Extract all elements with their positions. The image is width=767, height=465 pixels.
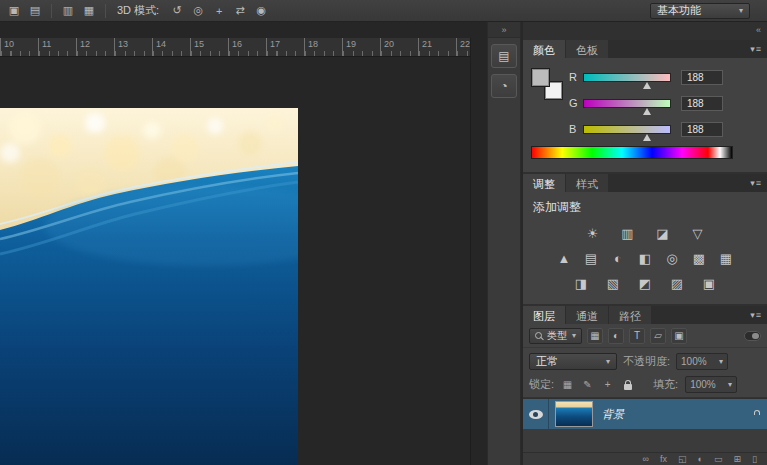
fill-input[interactable]: 100% ▾: [685, 376, 737, 393]
lock-transparency-icon[interactable]: ▦: [561, 378, 574, 392]
tool-options-icon[interactable]: ▤: [26, 3, 44, 19]
tab-channels[interactable]: 通道: [566, 306, 608, 324]
3d-drag-icon[interactable]: +: [210, 3, 228, 19]
new-group-icon[interactable]: ▭: [714, 454, 723, 464]
slider-thumb[interactable]: [643, 108, 651, 115]
adjustment-icon-row: ☀ ▥ ◪ ▽: [533, 225, 757, 241]
fill-value: 100%: [690, 379, 716, 390]
layers-panel-tabs: 图层 通道 路径 ▾≡: [523, 306, 767, 324]
lock-all-icon[interactable]: [621, 378, 634, 392]
color-panel: 颜色 色板 ▾≡ R 188 G: [523, 40, 767, 172]
layer-name[interactable]: 背景: [602, 407, 624, 422]
tool-preset-icon[interactable]: ▣: [5, 3, 23, 19]
collapsed-info-panel-button[interactable]: ◔: [491, 74, 517, 98]
tab-styles[interactable]: 样式: [566, 174, 608, 192]
filter-pixel-layers-icon[interactable]: ▦: [587, 328, 603, 344]
photo-filter-icon[interactable]: ◎: [664, 250, 680, 266]
layer-list: 背景: [523, 398, 767, 452]
layer-thumbnail[interactable]: [555, 401, 593, 427]
color-spectrum-ramp[interactable]: [531, 146, 733, 159]
slider-thumb[interactable]: [643, 134, 651, 141]
panel-menu-icon[interactable]: ▾≡: [750, 44, 762, 54]
ruler-number: 17: [270, 39, 280, 49]
ruler-mark: 10: [0, 38, 38, 56]
ruler-mark: 21: [418, 38, 456, 56]
3d-camera-icon[interactable]: ◉: [252, 3, 270, 19]
collapse-dock-button[interactable]: «: [523, 22, 767, 38]
panel-menu-icon[interactable]: ▾≡: [750, 310, 762, 320]
ruler-mark: 11: [38, 38, 76, 56]
layer-filter-type-dropdown[interactable]: 类型 ▾: [529, 328, 582, 344]
layer-row-background[interactable]: 背景: [523, 399, 767, 429]
exposure-icon[interactable]: ▽: [690, 225, 706, 241]
lock-pixels-icon[interactable]: ✎: [581, 378, 594, 392]
foreground-color-swatch[interactable]: [531, 68, 550, 87]
hue-saturation-icon[interactable]: ▤: [583, 250, 599, 266]
layer-mask-icon[interactable]: ◱: [678, 454, 687, 464]
workspace-switcher[interactable]: 基本功能 ▾: [650, 3, 750, 19]
blue-channel-label: B: [569, 123, 583, 135]
opacity-input[interactable]: 100% ▾: [676, 353, 728, 370]
3d-roll-icon[interactable]: ◎: [189, 3, 207, 19]
new-layer-icon[interactable]: ⊞: [734, 454, 742, 464]
3d-rotate-icon[interactable]: ↺: [168, 3, 186, 19]
adjustment-icon-row: ◨ ▧ ◩ ▨ ▣: [533, 275, 757, 291]
blue-channel-slider[interactable]: [583, 125, 671, 134]
layer-filter-toggle[interactable]: [744, 331, 761, 341]
levels-icon[interactable]: ▥: [620, 225, 636, 241]
new-adjustment-layer-icon[interactable]: ◐: [698, 454, 703, 464]
curves-icon[interactable]: ◪: [655, 225, 671, 241]
workspace-label: 基本功能: [657, 3, 701, 18]
posterize-icon[interactable]: ▧: [605, 275, 621, 291]
color-balance-icon[interactable]: ◐: [610, 250, 626, 266]
invert-icon[interactable]: ◨: [573, 275, 589, 291]
panel-menu-icon[interactable]: ▾≡: [750, 178, 762, 188]
color-swatches: [531, 68, 563, 100]
selective-color-icon[interactable]: ▣: [701, 275, 717, 291]
layers-panel: 图层 通道 路径 ▾≡ 类型 ▾ ▦ ◐ T ▱ ▣ 正常: [523, 306, 767, 465]
lock-position-icon[interactable]: +: [601, 378, 614, 392]
expand-dock-button[interactable]: »: [488, 22, 520, 38]
collapsed-properties-panel-button[interactable]: ▤: [491, 44, 517, 68]
3d-mode-label: 3D 模式:: [117, 3, 159, 18]
filter-smart-objects-icon[interactable]: ▣: [671, 328, 687, 344]
tab-adjustments[interactable]: 调整: [523, 174, 565, 192]
opacity-value: 100%: [681, 356, 707, 367]
vibrance-icon[interactable]: ▲: [556, 250, 572, 266]
red-channel-slider[interactable]: [583, 73, 671, 82]
green-channel-label: G: [569, 97, 583, 109]
ruler-mark: 17: [266, 38, 304, 56]
ruler-number: 15: [194, 39, 204, 49]
red-channel-value[interactable]: 188: [681, 70, 723, 85]
blend-mode-dropdown[interactable]: 正常 ▾: [529, 353, 617, 370]
blue-channel-value[interactable]: 188: [681, 122, 723, 137]
chevron-down-icon: ▾: [719, 357, 723, 366]
link-layers-icon[interactable]: ∞: [643, 454, 649, 464]
filter-type-layers-icon[interactable]: T: [629, 328, 645, 344]
green-channel-value[interactable]: 188: [681, 96, 723, 111]
tab-layers[interactable]: 图层: [523, 306, 565, 324]
bridge-icon[interactable]: ▥: [59, 3, 77, 19]
channel-mixer-icon[interactable]: ▩: [691, 250, 707, 266]
tab-color[interactable]: 颜色: [523, 40, 565, 58]
ruler-number: 13: [118, 39, 128, 49]
green-channel-slider[interactable]: [583, 99, 671, 108]
color-lookup-icon[interactable]: ▦: [718, 250, 734, 266]
view-extras-icon[interactable]: ▦: [80, 3, 98, 19]
brightness-contrast-icon[interactable]: ☀: [585, 225, 601, 241]
document-image[interactable]: [0, 108, 298, 465]
visibility-cell[interactable]: [523, 399, 549, 429]
lock-row: 锁定: ▦ ✎ + 填充: 100% ▾: [523, 374, 767, 398]
black-white-icon[interactable]: ◧: [637, 250, 653, 266]
threshold-icon[interactable]: ◩: [637, 275, 653, 291]
slider-thumb[interactable]: [643, 82, 651, 89]
gradient-map-icon[interactable]: ▨: [669, 275, 685, 291]
green-channel-row: G 188: [569, 94, 723, 112]
3d-slide-icon[interactable]: ⇄: [231, 3, 249, 19]
tab-paths[interactable]: 路径: [609, 306, 651, 324]
filter-shape-layers-icon[interactable]: ▱: [650, 328, 666, 344]
filter-adjustment-layers-icon[interactable]: ◐: [608, 328, 624, 344]
delete-layer-icon[interactable]: ▯: [752, 454, 757, 464]
tab-swatches[interactable]: 色板: [566, 40, 608, 58]
layer-style-icon[interactable]: fx: [660, 454, 667, 464]
